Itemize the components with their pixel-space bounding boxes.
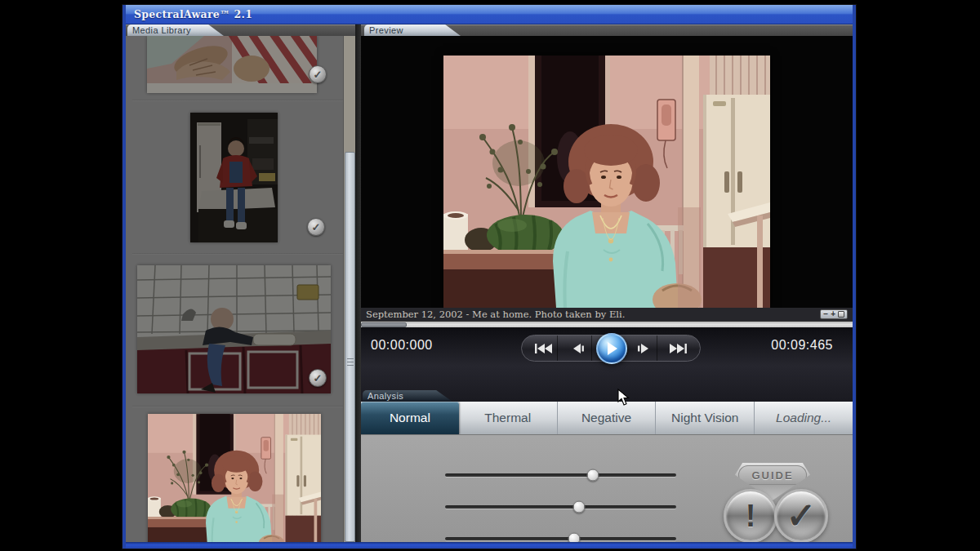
check-icon: ✓: [314, 69, 323, 81]
thumb-divider: [132, 253, 343, 255]
tab-analysis-label: Analysis: [363, 390, 452, 402]
tab-preview-label: Preview: [364, 24, 461, 36]
play-button[interactable]: [596, 333, 627, 364]
media-thumbnail-hands[interactable]: [147, 36, 317, 93]
zoom-in-button[interactable]: +: [831, 310, 835, 318]
noise-slider[interactable]: [445, 537, 676, 540]
tab-analysis[interactable]: Analysis: [363, 390, 452, 402]
screen: SpectralAware™ 2.1 Media Library Preview: [0, 0, 980, 551]
step-back-icon: [571, 343, 586, 354]
media-library-scrollbar[interactable]: [343, 36, 355, 542]
media-thumbnail-woman[interactable]: [148, 414, 321, 542]
app-window: SpectralAware™ 2.1 Media Library Preview: [122, 5, 856, 549]
alert-button[interactable]: !: [724, 489, 777, 543]
viewer-zoom-controls: − +: [820, 309, 848, 319]
thumb-divider: [132, 406, 343, 407]
preview-viewer: [361, 36, 853, 308]
step-forward-button[interactable]: [630, 335, 657, 361]
mode-button-night-vision[interactable]: Night Vision: [656, 402, 755, 434]
thumbnail-check-badge[interactable]: ✓: [309, 369, 327, 387]
tab-media-library-label: Media Library: [127, 24, 224, 36]
content-area: Media Library Preview: [126, 24, 853, 542]
mode-button-normal[interactable]: Normal: [361, 402, 459, 434]
guide-label: GUIDE: [751, 469, 793, 482]
step-forward-icon: [636, 343, 651, 354]
media-thumbnail-toddler-sink[interactable]: [137, 265, 331, 393]
thumbnail-check-badge[interactable]: ✓: [309, 65, 327, 83]
exposure-slider-thumb[interactable]: [587, 469, 599, 482]
window-bottom-border: [126, 542, 853, 549]
skip-end-icon: [668, 343, 688, 354]
contrast-slider[interactable]: [445, 505, 676, 509]
caption-bar: September 12, 2002 - Me at home. Photo t…: [361, 308, 853, 321]
analysis-controls: Exposure Contrast Noise: [361, 434, 853, 542]
transport-controls: [521, 335, 701, 362]
mode-button-negative[interactable]: Negative: [558, 402, 657, 434]
mode-button-loading[interactable]: Loading...: [755, 402, 853, 434]
analysis-mode-row: Normal Thermal Negative Night Vision Loa…: [361, 402, 853, 434]
skip-start-icon: [534, 343, 554, 354]
timeline-scrubber[interactable]: [361, 321, 853, 327]
confirm-button[interactable]: ✓: [774, 489, 828, 543]
tab-preview[interactable]: Preview: [364, 24, 461, 36]
step-back-button[interactable]: [564, 335, 592, 361]
exclamation-icon: !: [746, 500, 756, 531]
mouse-cursor: [617, 389, 630, 407]
skip-end-button[interactable]: [664, 335, 692, 361]
media-thumbnail-boy-counter[interactable]: [190, 113, 278, 242]
tab-strip: [126, 24, 853, 36]
play-icon: [605, 341, 618, 356]
check-icon: ✓: [314, 372, 323, 384]
media-library-panel: ✓: [126, 36, 355, 542]
preview-photo: [443, 56, 770, 308]
exposure-slider[interactable]: [445, 473, 676, 477]
thumb-divider: [132, 100, 343, 101]
title-bar[interactable]: SpectralAware™ 2.1: [126, 5, 853, 24]
skip-start-button[interactable]: [530, 335, 558, 361]
guide-badge: GUIDE: [738, 465, 807, 485]
scrollbar-thumb[interactable]: [345, 152, 355, 542]
photo-caption: September 12, 2002 - Me at home. Photo t…: [366, 309, 625, 320]
contrast-slider-thumb[interactable]: [573, 501, 586, 513]
zoom-out-button[interactable]: −: [823, 310, 828, 318]
panel-separator: [355, 24, 361, 542]
current-time: 00:00:000: [371, 338, 433, 353]
checkmark-icon: ✓: [786, 498, 817, 534]
fit-view-icon[interactable]: [838, 311, 844, 318]
check-icon: ✓: [312, 221, 321, 233]
thumbnail-check-badge[interactable]: ✓: [307, 218, 325, 236]
preview-panel: September 12, 2002 - Me at home. Photo t…: [361, 36, 853, 542]
mode-button-thermal[interactable]: Thermal: [459, 402, 558, 434]
tab-media-library[interactable]: Media Library: [127, 24, 224, 36]
guide-cluster: GUIDE ! ✓: [712, 460, 843, 541]
total-time: 00:09:465: [771, 338, 833, 353]
app-title: SpectralAware™ 2.1: [134, 8, 252, 20]
